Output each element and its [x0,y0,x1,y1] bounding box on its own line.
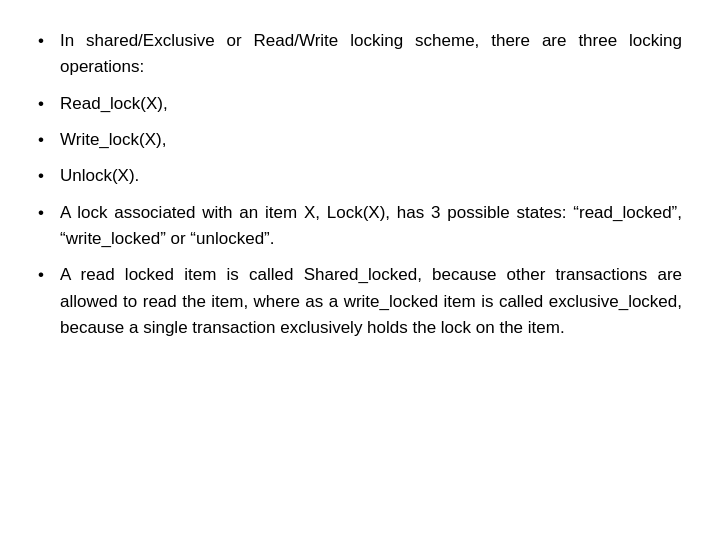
list-item: • A read locked item is called Shared_lo… [38,262,682,341]
bullet-list: • In shared/Exclusive or Read/Write lock… [38,28,682,341]
bullet-text: Unlock(X). [60,163,682,189]
bullet-text: Read_lock(X), [60,91,682,117]
bullet-dot: • [38,127,60,153]
bullet-text: In shared/Exclusive or Read/Write lockin… [60,28,682,81]
bullet-dot: • [38,262,60,288]
list-item: • Read_lock(X), [38,91,682,117]
bullet-dot: • [38,163,60,189]
bullet-dot: • [38,28,60,54]
bullet-dot: • [38,200,60,226]
bullet-text: Write_lock(X), [60,127,682,153]
bullet-text: A read locked item is called Shared_lock… [60,262,682,341]
bullet-dot: • [38,91,60,117]
bullet-text: A lock associated with an item X, Lock(X… [60,200,682,253]
list-item: • A lock associated with an item X, Lock… [38,200,682,253]
list-item: • In shared/Exclusive or Read/Write lock… [38,28,682,81]
list-item: • Unlock(X). [38,163,682,189]
main-content: • In shared/Exclusive or Read/Write lock… [0,0,720,379]
list-item: • Write_lock(X), [38,127,682,153]
